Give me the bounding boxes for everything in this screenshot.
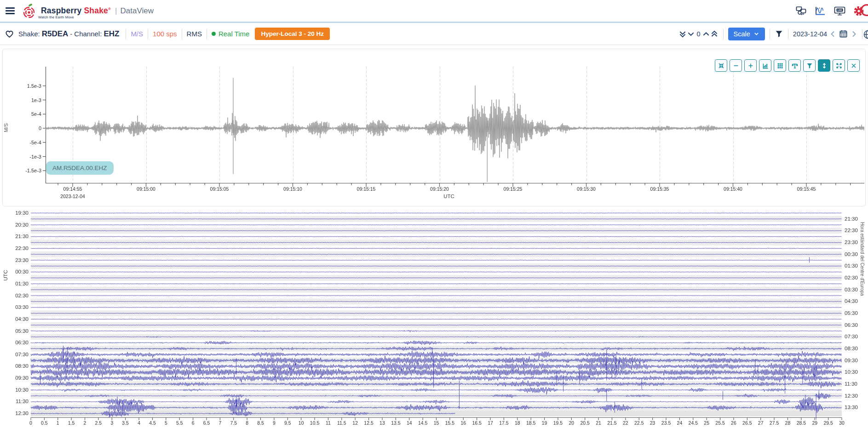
- heli-local-row-label: 02:30: [845, 275, 867, 280]
- channel-label: Channel:: [74, 30, 102, 38]
- wave-x-tick-label: 09:15:25: [497, 186, 529, 192]
- heli-utc-row-label: 23:30: [6, 257, 29, 263]
- waveform-view-icon[interactable]: [814, 6, 826, 17]
- heli-utc-row-label: 02:30: [6, 293, 29, 298]
- zoom-in-button[interactable]: [744, 59, 757, 72]
- live-view-icon[interactable]: LIVE: [834, 6, 846, 17]
- heli-local-row-label: 13:30: [845, 405, 867, 410]
- filter-button[interactable]: [803, 59, 816, 72]
- balance-scale-button[interactable]: [788, 59, 801, 72]
- app-title: Raspberry Shake®: [41, 6, 111, 16]
- helicorder-chart[interactable]: [0, 207, 868, 433]
- heli-local-row-label: 22:30: [845, 228, 867, 233]
- jump-next-icon[interactable]: [702, 30, 710, 38]
- heli-utc-row-label: 01:30: [6, 281, 29, 286]
- heli-local-row-label: 23:30: [845, 239, 867, 245]
- wave-x-date-label: 2023-12-04: [54, 194, 91, 199]
- station-browser-icon[interactable]: [795, 6, 807, 17]
- wave-x-tick-label: 09:15:30: [570, 186, 603, 192]
- wave-y-tick-label: -1e-3: [14, 154, 41, 160]
- realtime-dot-icon: [212, 32, 216, 36]
- top-header: Raspberry Shake® | DataView Watch the Ea…: [0, 0, 868, 23]
- separator: [788, 29, 788, 39]
- separator: [862, 29, 862, 39]
- heli-local-row-label: 09:30: [845, 358, 867, 363]
- station-bar: Shake: R5DEA - Channel: EHZ M/S 100 sps …: [0, 23, 868, 45]
- date-navigator: 2023-12-04: [793, 29, 857, 38]
- heli-utc-row-label: 20:30: [6, 222, 29, 228]
- hamburger-menu-icon[interactable]: [6, 7, 15, 14]
- heli-local-row-label: 07:30: [845, 334, 867, 339]
- filter-funnel-icon[interactable]: [775, 29, 783, 38]
- zoom-out-button[interactable]: [730, 59, 742, 72]
- heli-utc-row-label: 09:30: [6, 375, 29, 381]
- heli-utc-row-label: 04:30: [6, 316, 29, 322]
- separator: [770, 29, 770, 39]
- next-day-icon[interactable]: [850, 30, 857, 38]
- wave-y-tick-label: 1e-3: [14, 97, 41, 103]
- wave-x-tick-label: 09:15:10: [277, 186, 309, 192]
- prev-day-icon[interactable]: [829, 30, 837, 38]
- wave-x-axis-title: UTC: [435, 194, 463, 199]
- channel-code[interactable]: EHZ: [103, 29, 119, 39]
- separator: [182, 29, 182, 39]
- realtime-status[interactable]: Real Time: [212, 30, 250, 38]
- heli-local-row-label: 05:30: [845, 310, 867, 316]
- wave-y-tick-label: -1.5e-3: [14, 168, 41, 173]
- heli-utc-row-label: 06:30: [6, 340, 29, 345]
- wave-y-tick-label: 1.5e-3: [14, 83, 41, 89]
- timezone-globe-icon-partial[interactable]: [863, 29, 868, 41]
- units-value[interactable]: M/S: [131, 30, 143, 38]
- separator: [207, 29, 207, 39]
- jump-first-icon[interactable]: [678, 30, 687, 38]
- wave-x-tick-label: 09:15:20: [424, 186, 456, 192]
- wave-y-tick-label: 5e-4: [14, 111, 41, 117]
- scale-button[interactable]: Scale: [728, 28, 765, 40]
- heli-utc-row-label: 11:30: [6, 399, 29, 404]
- rms-label[interactable]: RMS: [187, 30, 202, 38]
- compress-view-button[interactable]: [715, 59, 727, 72]
- waveform-panel: M/S AM.R5DEA.00.EHZ 1.5e-31e-35e-40-5e-4…: [2, 49, 866, 206]
- seismogram-chart[interactable]: [3, 49, 864, 205]
- station-code[interactable]: R5DEA: [42, 29, 69, 39]
- brand-secondary: Shake®: [84, 6, 111, 15]
- amplitude-range-button[interactable]: [818, 59, 830, 72]
- realtime-label: Real Time: [218, 30, 250, 38]
- separator: [723, 29, 724, 39]
- histogram-button[interactable]: [759, 59, 771, 72]
- wave-y-axis-title: M/S: [3, 119, 9, 137]
- raspberry-shake-logo-icon: [21, 3, 37, 20]
- heli-local-row-label: 21:30: [845, 216, 867, 222]
- wave-x-tick-label: 09:15:05: [203, 186, 236, 192]
- filter-preset-badge[interactable]: Hyper-Local 3 - 20 Hz: [255, 28, 330, 40]
- heli-utc-row-label: 10:30: [6, 387, 29, 393]
- grid-view-button[interactable]: [774, 59, 786, 72]
- heli-local-row-label: 08:30: [845, 346, 867, 351]
- dash: -: [70, 30, 72, 38]
- station-bar-controls: 0 Scale 2023-12-04: [678, 28, 868, 40]
- heli-utc-row-label: 21:30: [6, 234, 29, 239]
- jump-prev-icon[interactable]: [687, 30, 695, 38]
- jump-last-icon[interactable]: [710, 30, 719, 38]
- favorite-heart-icon[interactable]: [5, 29, 14, 39]
- station-id-badge[interactable]: AM.R5DEA.00.EHZ: [46, 161, 114, 175]
- close-button[interactable]: [847, 59, 860, 72]
- brand-tagline: Watch the Earth Move: [38, 15, 74, 19]
- heli-local-row-label: 01:30: [845, 263, 867, 268]
- heli-local-row-label: 11:30: [845, 381, 867, 387]
- heli-x-tick-label: 30: [834, 420, 850, 426]
- heli-utc-row-label: 03:30: [6, 304, 29, 310]
- heli-local-row-label: 04:30: [845, 298, 867, 304]
- sample-rate-value[interactable]: 100 sps: [153, 30, 177, 38]
- heli-local-row-label: 10:30: [845, 369, 867, 375]
- wave-x-tick-label: 09:15:45: [790, 186, 822, 192]
- registered-mark: ®: [108, 7, 111, 11]
- brand: Raspberry Shake® | DataView Watch the Ea…: [21, 0, 154, 22]
- product-name: DataView: [121, 6, 154, 16]
- wave-x-tick-label: 09:15:15: [350, 186, 382, 192]
- event-count: 0: [696, 30, 700, 38]
- wave-x-tick-label: 09:15:40: [717, 186, 749, 192]
- wave-x-tick-label: 09:14:55: [57, 186, 89, 192]
- expand-view-button[interactable]: [833, 59, 845, 72]
- calendar-icon[interactable]: [839, 29, 848, 38]
